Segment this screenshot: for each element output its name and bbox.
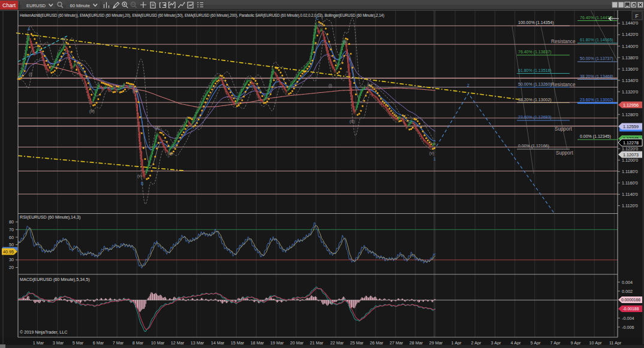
svg-text:29 Mar: 29 Mar (429, 340, 443, 346)
svg-text:(i): (i) (329, 83, 332, 88)
svg-text:5 Apr: 5 Apr (531, 340, 541, 346)
svg-text:2 Apr: 2 Apr (471, 340, 482, 346)
svg-text:9 Apr: 9 Apr (571, 340, 581, 346)
svg-text:0.00% (1.12345): 0.00% (1.12345) (580, 134, 611, 139)
svg-text:80: 80 (9, 219, 14, 225)
svg-text:-0.00188: -0.00188 (623, 307, 639, 311)
svg-text:1.1160'0: 1.1160'0 (622, 180, 638, 186)
svg-text:12 Mar: 12 Mar (171, 340, 185, 346)
svg-text:1 Mar: 1 Mar (33, 340, 44, 346)
svg-text:1.1180'0: 1.1180'0 (622, 169, 638, 174)
svg-text:EURUSD: EURUSD (26, 3, 46, 8)
svg-text:MACD(EURUSD (60 Minute),5,34,5: MACD(EURUSD (60 Minute),5,34,5) (20, 277, 90, 282)
svg-text:76.40% (1.14472): 76.40% (1.14472) (580, 16, 613, 20)
svg-text:22 Mar: 22 Mar (330, 340, 344, 346)
svg-text:20: 20 (9, 265, 14, 270)
svg-text:-0.004: -0.004 (622, 316, 634, 321)
svg-text:3 Apr: 3 Apr (491, 340, 501, 346)
svg-text:14 Mar: 14 Mar (211, 340, 225, 346)
svg-text:15 Mar: 15 Mar (231, 340, 245, 346)
svg-text:(i): (i) (29, 72, 32, 77)
svg-text:(v): (v) (429, 151, 434, 156)
svg-text:23.60% (1.12683): 23.60% (1.12683) (518, 115, 552, 120)
svg-text:7 Apr: 7 Apr (550, 340, 561, 346)
svg-text:19 Mar: 19 Mar (270, 340, 284, 346)
svg-text:1.1320'0: 1.1320'0 (622, 89, 638, 95)
svg-text:27 Mar: 27 Mar (390, 340, 404, 346)
svg-text:70: 70 (9, 227, 14, 232)
svg-text:1.1440'0: 1.1440'0 (622, 20, 638, 26)
svg-text:21 Mar: 21 Mar (310, 340, 324, 346)
svg-text:(iii): (iii) (350, 119, 355, 124)
svg-text:1.1140'0: 1.1140'0 (622, 192, 638, 197)
svg-text:4 Apr: 4 Apr (511, 340, 521, 346)
svg-text:28 Mar: 28 Mar (410, 340, 423, 346)
svg-text:61.80% (1.14065): 61.80% (1.14065) (580, 38, 613, 43)
svg-text:0.00% (1.12166): 0.00% (1.12166) (518, 144, 549, 149)
svg-text:76.40% (1.13837): 76.40% (1.13837) (518, 50, 552, 55)
svg-text:Resistance: Resistance (551, 82, 576, 87)
svg-text:HeikenAshi8(EURUSD (60 Minute): HeikenAshi8(EURUSD (60 Minute)), EMA(EUR… (20, 13, 384, 18)
svg-text:(ii): (ii) (343, 40, 347, 44)
svg-text:© 2019 NinjaTrader, LLC: © 2019 NinjaTrader, LLC (20, 329, 67, 335)
svg-text:38.20% (1.13002): 38.20% (1.13002) (518, 98, 552, 102)
svg-text:1.12073: 1.12073 (623, 152, 639, 158)
svg-text:10 Mar: 10 Mar (151, 340, 165, 346)
svg-text:13 Mar: 13 Mar (191, 340, 204, 346)
svg-text:1.1340'0: 1.1340'0 (622, 78, 638, 83)
svg-text:1.1400'0: 1.1400'0 (622, 44, 638, 49)
svg-text:100.00% (1.14354): 100.00% (1.14354) (518, 20, 554, 25)
svg-text:1.1420'0: 1.1420'0 (622, 32, 638, 37)
svg-text:(c): (c) (318, 22, 323, 27)
svg-text:(ii): (ii) (62, 37, 67, 42)
svg-text:F: F (635, 13, 639, 19)
svg-text:(iv): (iv) (133, 89, 138, 93)
svg-text:(a): (a) (155, 126, 160, 131)
svg-text:RSI(EURUSD (60 Minute),14,3): RSI(EURUSD (60 Minute),14,3) (20, 214, 80, 220)
svg-text:0.0000166: 0.0000166 (621, 298, 640, 302)
svg-text:Support: Support (555, 126, 572, 132)
svg-text:1.12278: 1.12278 (623, 140, 639, 146)
svg-text:40.95: 40.95 (3, 249, 14, 255)
svg-text:50: 50 (9, 242, 14, 247)
svg-text:5 Mar: 5 Mar (73, 340, 84, 346)
svg-text:2: 2 (467, 83, 470, 87)
svg-text:30: 30 (9, 257, 14, 262)
svg-text:3 Mar: 3 Mar (53, 340, 64, 346)
svg-text:25 Mar: 25 Mar (350, 340, 364, 346)
svg-text:60: 60 (9, 235, 14, 240)
svg-text:1.1220'0: 1.1220'0 (622, 146, 638, 152)
svg-text:1.1280'0: 1.1280'0 (622, 112, 638, 117)
svg-text:0.002: 0.002 (622, 289, 633, 294)
svg-text:1.1360'0: 1.1360'0 (622, 66, 638, 72)
svg-text:1.12559: 1.12559 (623, 124, 639, 129)
svg-text:Resistance: Resistance (551, 39, 576, 44)
svg-text:-0.006: -0.006 (622, 325, 634, 330)
svg-text:B: B (141, 181, 143, 186)
svg-text:61.80% (1.13518): 61.80% (1.13518) (518, 68, 552, 73)
svg-text:Support: Support (556, 150, 573, 156)
svg-text:26 Mar: 26 Mar (370, 340, 384, 346)
svg-text:(iii): (iii) (89, 109, 95, 114)
svg-text:(v): (v) (137, 174, 142, 178)
svg-text:18 Mar: 18 Mar (251, 340, 264, 346)
svg-text:1.1380'0: 1.1380'0 (622, 55, 638, 60)
svg-text:0.004: 0.004 (622, 280, 633, 285)
svg-text:1: 1 (434, 157, 436, 161)
svg-text:11 Apr: 11 Apr (609, 340, 622, 346)
svg-text:60 Minute: 60 Minute (70, 3, 90, 8)
svg-text:7 Mar: 7 Mar (113, 340, 124, 346)
svg-text:50.00% (1.13737): 50.00% (1.13737) (580, 56, 613, 61)
svg-text:10 Apr: 10 Apr (589, 340, 602, 346)
svg-text:1.12956: 1.12956 (623, 102, 639, 108)
svg-text:1.1120'0: 1.1120'0 (622, 203, 638, 208)
svg-text:Chart: Chart (2, 2, 16, 8)
svg-text:A: A (28, 27, 31, 31)
svg-text:(iv): (iv) (367, 83, 372, 87)
svg-text:50.00% (1.13260): 50.00% (1.13260) (518, 82, 552, 87)
svg-text:23.60% (1.13002): 23.60% (1.13002) (580, 98, 613, 102)
svg-text:1.1200'0: 1.1200'0 (622, 158, 638, 163)
svg-text:20 Mar: 20 Mar (290, 340, 304, 346)
svg-text:8 Mar: 8 Mar (133, 340, 144, 346)
svg-text:38.20% (1.13468): 38.20% (1.13468) (580, 74, 613, 79)
